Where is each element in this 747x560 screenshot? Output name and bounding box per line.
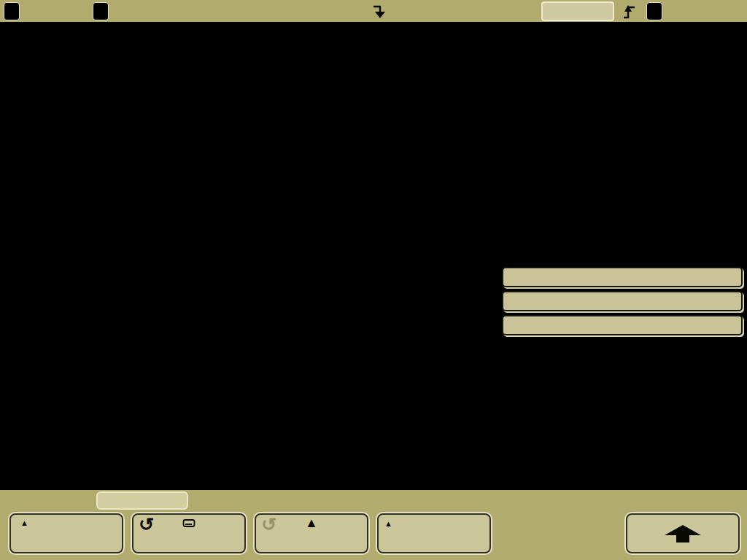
status-bar [0, 0, 747, 22]
filename-input[interactable] [96, 491, 188, 510]
softkey-print-to-bmp[interactable]: ▲ [9, 513, 123, 553]
scope-graticule-svg [0, 22, 747, 490]
softkey-press-to-go[interactable]: ↺ [132, 513, 246, 553]
up-triangle-icon: ▲ [20, 518, 28, 527]
up-triangle-icon: ▲ [384, 519, 392, 528]
trigger-time-arrow-icon [371, 3, 390, 20]
channel1-badge[interactable] [4, 2, 20, 20]
back-up-arrow-icon [657, 524, 708, 543]
softkey-back[interactable] [626, 513, 740, 553]
measurement-amplitude [502, 291, 743, 311]
softkey-panel: ▲ ↺ ↺ ▲ ▲ [0, 490, 747, 560]
measurement-rms [502, 267, 743, 287]
channel2-badge[interactable] [93, 2, 109, 20]
oscilloscope-screen: ▲ ↺ ↺ ▲ ▲ [0, 0, 747, 560]
rotate-knob-disabled-icon: ↺ [261, 514, 276, 535]
rising-edge-icon [622, 2, 638, 20]
trigger-source-badge [646, 2, 662, 20]
trigger-status-badge [541, 1, 614, 21]
measurement-frequency [502, 315, 743, 335]
rotate-knob-icon: ↺ [139, 514, 154, 535]
delay-readout [406, 2, 406, 19]
timebase-readout [479, 2, 480, 19]
disk-drive-icon [182, 518, 196, 528]
softkey-options[interactable]: ↺ ▲ [255, 513, 368, 553]
softkey-print-palette[interactable]: ▲ [377, 513, 491, 553]
